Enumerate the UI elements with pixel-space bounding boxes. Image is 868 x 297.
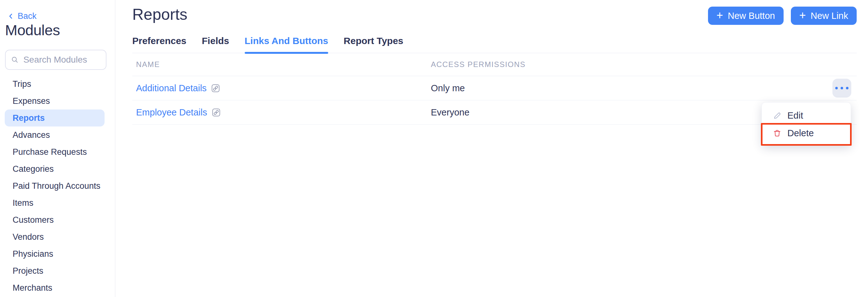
plus-icon: + — [716, 10, 723, 21]
new-button-button[interactable]: + New Button — [708, 7, 784, 25]
sidebar-item-vendors[interactable]: Vendors — [0, 228, 115, 245]
top-actions: + New Button + New Link — [708, 7, 857, 25]
sidebar-item-merchants[interactable]: Merchants — [0, 279, 115, 296]
modules-sidebar: Back Modules Trips Expenses Reports Adva… — [0, 0, 115, 297]
menu-item-delete[interactable]: Delete — [762, 124, 851, 142]
column-header-access-permissions: ACCESS PERMISSIONS — [427, 60, 857, 69]
sidebar-item-trips[interactable]: Trips — [0, 75, 115, 93]
column-header-name: NAME — [132, 60, 427, 69]
sidebar-item-reports[interactable]: Reports — [5, 109, 104, 127]
context-menu: Edit Delete — [762, 102, 851, 146]
tab-report-types[interactable]: Report Types — [344, 35, 403, 53]
module-list: Trips Expenses Reports Advances Purchase… — [0, 75, 115, 296]
report-tabs: Preferences Fields Links And Buttons Rep… — [132, 35, 857, 53]
link-icon[interactable] — [212, 108, 220, 117]
table-row: Additional Details Only me — [132, 76, 857, 100]
row-link-additional-details[interactable]: Additional Details — [136, 83, 207, 93]
new-link-button[interactable]: + New Link — [791, 7, 857, 25]
back-label: Back — [18, 11, 36, 21]
link-icon[interactable] — [212, 84, 219, 92]
sidebar-item-expenses[interactable]: Expenses — [0, 93, 115, 109]
new-link-label: New Link — [811, 11, 848, 21]
tab-preferences[interactable]: Preferences — [132, 35, 186, 53]
sidebar-item-categories[interactable]: Categories — [0, 161, 115, 177]
table-header: NAME ACCESS PERMISSIONS — [132, 53, 857, 76]
sidebar-item-customers[interactable]: Customers — [0, 211, 115, 228]
links-buttons-table: NAME ACCESS PERMISSIONS Additional Detai… — [132, 53, 857, 125]
row-link-employee-details[interactable]: Employee Details — [136, 107, 207, 118]
trash-icon — [773, 129, 781, 137]
sidebar-title: Modules — [5, 22, 60, 39]
sidebar-item-projects[interactable]: Projects — [0, 262, 115, 279]
tab-fields[interactable]: Fields — [202, 35, 229, 53]
tab-links-and-buttons[interactable]: Links And Buttons — [245, 35, 329, 53]
page-title: Reports — [132, 5, 187, 24]
ellipsis-icon — [835, 87, 838, 89]
menu-item-label: Edit — [787, 110, 803, 121]
sidebar-item-purchase-requests[interactable]: Purchase Requests — [0, 143, 115, 161]
access-permission-value: Only me — [427, 83, 857, 93]
plus-icon: + — [799, 10, 806, 21]
search-icon — [11, 55, 19, 64]
sidebar-item-physicians[interactable]: Physicians — [0, 245, 115, 262]
search-modules-box[interactable] — [5, 50, 106, 70]
sidebar-item-items[interactable]: Items — [0, 194, 115, 211]
main-content: Reports + New Button + New Link Preferen… — [116, 0, 868, 297]
sidebar-item-paid-through-accounts[interactable]: Paid Through Accounts — [0, 177, 115, 194]
chevron-left-icon — [7, 13, 14, 20]
new-button-label: New Button — [728, 11, 775, 21]
table-row: Employee Details Everyone — [132, 100, 857, 125]
row-actions-button[interactable] — [832, 79, 851, 98]
sidebar-item-advances[interactable]: Advances — [0, 127, 115, 143]
menu-item-edit[interactable]: Edit — [762, 107, 851, 124]
search-input[interactable] — [23, 55, 100, 65]
back-link[interactable]: Back — [7, 11, 36, 21]
menu-item-label: Delete — [787, 128, 814, 138]
pencil-icon — [773, 111, 781, 120]
